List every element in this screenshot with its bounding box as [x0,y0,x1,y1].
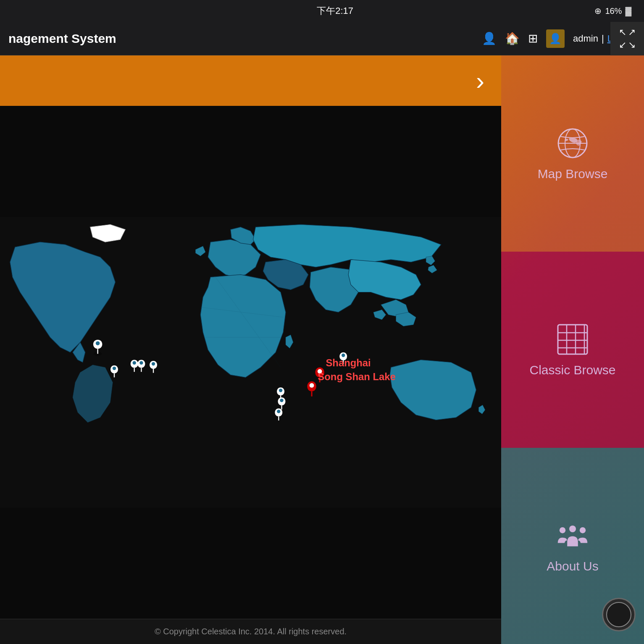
status-right: ⊕ 16% ▓ [594,6,631,16]
map-area: › [0,55,501,644]
svg-point-10 [342,354,345,357]
song-shan-lake-label: Song Shan Lake [318,371,396,382]
map-footer: © Copyright Celestica Inc. 2014. All rig… [0,619,501,644]
app-title: nagement System [8,32,482,46]
status-bar: 下午2:17 ⊕ 16% ▓ [0,0,644,22]
svg-point-12 [310,383,314,388]
svg-point-15 [277,410,280,413]
admin-label: admin [573,33,598,44]
shanghai-label: Shanghai [326,357,371,368]
battery-icon: ▓ [625,6,631,16]
map-header-bar: › [0,55,501,106]
user-icon[interactable]: 👤 [482,32,497,45]
collapse-up-left-arrow[interactable]: ↖ [619,27,626,38]
time-display: 下午2:17 [76,5,594,17]
svg-point-14 [280,399,283,402]
svg-point-6 [133,361,136,365]
copyright-text: © Copyright Celestica Inc. 2014. All rig… [155,627,347,636]
next-arrow[interactable]: › [476,66,484,95]
main-layout: › [0,55,644,644]
grid-menu-icon[interactable]: ⊞ [528,32,538,45]
svg-point-8 [152,362,155,365]
svg-point-7 [139,361,143,365]
home-circle-inner [606,602,631,627]
separator: | [602,33,604,44]
svg-point-13 [279,389,282,392]
home-circle-button[interactable] [602,598,636,631]
user-avatar: 👤 [546,29,565,48]
home-icon[interactable]: 🏠 [505,32,520,45]
world-map-container: Shanghai Song Shan Lake [0,106,501,619]
collapse-down-left-arrow[interactable]: ↙ [619,39,626,50]
collapse-up-right-arrow[interactable]: ↗ [628,27,636,38]
nav-bar: nagement System 👤 🏠 ⊞ 👤 admin | Logout [0,22,644,55]
svg-point-9 [113,367,116,370]
svg-point-5 [96,341,100,345]
world-map-svg: Shanghai Song Shan Lake [0,106,501,619]
battery-percentage: 16% [605,6,622,16]
expand-collapse-box[interactable]: ↖ ↗ ↙ ↘ [610,22,644,55]
collapse-down-right-arrow[interactable]: ↘ [628,39,636,50]
lock-icon: ⊕ [594,6,602,16]
